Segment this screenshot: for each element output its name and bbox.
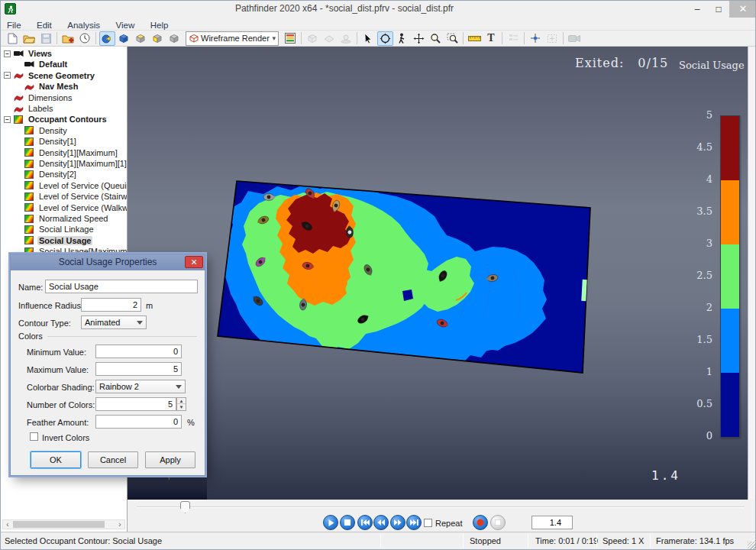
menu-view[interactable]: View xyxy=(110,19,141,31)
social-usage-properties-dialog: Social Usage Properties ✕ Name: Influenc… xyxy=(10,254,205,476)
measure-tool-icon[interactable] xyxy=(467,31,483,46)
close-button[interactable]: ✕ xyxy=(729,1,756,18)
tree-expander-icon[interactable]: − xyxy=(4,72,11,79)
import-folder-icon[interactable] xyxy=(60,31,76,46)
view-preset-front-icon[interactable] xyxy=(133,31,149,46)
menu-file[interactable]: File xyxy=(1,19,27,31)
tree-item-level-of-service-queuing[interactable]: Level of Service (Queuing xyxy=(1,180,128,191)
tree-item-level-of-service-stairway[interactable]: Level of Service (Stairway xyxy=(1,191,128,202)
ok-button[interactable]: OK xyxy=(31,451,81,468)
view-preset-side-icon[interactable] xyxy=(150,31,166,46)
render-mode-select[interactable]: Wireframe Render ▾ xyxy=(186,31,279,46)
number-of-colors-field[interactable] xyxy=(95,397,176,411)
tree-item-default[interactable]: Default xyxy=(1,59,128,70)
record-button[interactable] xyxy=(473,515,488,530)
select-tool-icon[interactable] xyxy=(360,31,376,46)
colorbar-shading-select[interactable]: Rainbow 2 xyxy=(95,380,186,393)
view-preset-perspective-icon[interactable] xyxy=(99,31,115,46)
results-icon[interactable] xyxy=(283,31,299,46)
open-file-icon[interactable] xyxy=(21,31,37,46)
tree-item-nav-mesh[interactable]: Nav Mesh xyxy=(1,81,128,92)
zoom-tool-icon[interactable] xyxy=(428,31,444,46)
menu-help[interactable]: Help xyxy=(144,19,175,31)
tree-horizontal-scrollbar[interactable]: ‹ › xyxy=(2,519,125,529)
stop-button[interactable] xyxy=(340,515,355,530)
add-waypoint-icon[interactable] xyxy=(528,31,544,46)
influence-radius-field[interactable] xyxy=(81,298,141,312)
tree-item-level-of-service-walkway[interactable]: Level of Service (Walkway xyxy=(1,202,128,213)
time-input[interactable] xyxy=(531,516,573,529)
dialog-title-bar[interactable]: Social Usage Properties xyxy=(11,254,205,270)
text-tool-icon[interactable]: T xyxy=(483,31,499,46)
tree-expander-icon[interactable]: − xyxy=(4,50,11,57)
dialog-close-button[interactable]: ✕ xyxy=(185,256,203,268)
number-of-colors-label: Number of Colors: xyxy=(27,400,95,409)
tree-item-social-usage[interactable]: Social Usage xyxy=(1,235,128,246)
cancel-button[interactable]: Cancel xyxy=(88,451,138,468)
tree-item-density-1-maximum-1-[interactable]: Density[1][Maximum][1] xyxy=(1,158,128,169)
spin-down-icon[interactable]: ▼ xyxy=(177,404,186,410)
menu-analysis[interactable]: Analysis xyxy=(61,19,106,31)
invert-colors-checkbox[interactable] xyxy=(30,432,38,441)
contour-type-value: Animated xyxy=(85,318,120,327)
tree-item-density[interactable]: Density xyxy=(1,125,128,136)
tree-item-social-linkage[interactable]: Social Linkage xyxy=(1,224,128,235)
title-bar[interactable]: Pathfinder 2020 x64 - *social_dist.pfrv … xyxy=(1,1,756,18)
scrollbar-thumb[interactable] xyxy=(13,521,105,528)
contour-icon xyxy=(24,170,35,179)
spin-up-icon[interactable]: ▲ xyxy=(177,398,186,404)
tree-item-views[interactable]: −Views xyxy=(1,48,128,59)
new-document-icon[interactable] xyxy=(5,31,21,46)
geom-icon xyxy=(14,71,24,80)
apply-button[interactable]: Apply xyxy=(145,451,195,468)
pan-tool-icon[interactable] xyxy=(411,31,427,46)
tree-item-density-1-maximum-[interactable]: Density[1][Maximum] xyxy=(1,147,128,158)
feather-amount-label: Feather Amount: xyxy=(27,418,89,427)
minimize-button[interactable]: – xyxy=(687,1,708,18)
step-back-button[interactable] xyxy=(373,515,389,530)
skip-end-button[interactable] xyxy=(406,515,422,530)
scroll-left-icon[interactable]: ‹ xyxy=(3,520,12,529)
tree-item-density-1-[interactable]: Density[1] xyxy=(1,136,128,147)
skip-start-button[interactable] xyxy=(357,515,373,530)
save-icon xyxy=(38,31,54,46)
tree-item-scene-geometry[interactable]: −Scene Geometry xyxy=(1,70,128,81)
colorbar-tick-label: 0 xyxy=(667,430,712,442)
name-field[interactable] xyxy=(45,280,198,293)
collapsed-side-panel[interactable] xyxy=(748,47,756,500)
exited-value: 0/15 xyxy=(638,56,668,70)
contour-scene[interactable] xyxy=(128,47,748,500)
menu-edit[interactable]: Edit xyxy=(31,19,58,31)
time-slider-handle[interactable] xyxy=(180,501,190,513)
dialog-title: Social Usage Properties xyxy=(59,257,157,267)
orbit-tool-icon[interactable] xyxy=(377,31,393,46)
view-preset-top-icon[interactable] xyxy=(116,31,132,46)
menu-bar: File Edit Analysis View Help xyxy=(1,18,756,31)
maximize-button[interactable]: □ xyxy=(708,1,729,18)
walk-tool-icon[interactable] xyxy=(394,31,410,46)
resize-grip[interactable] xyxy=(748,542,755,549)
zoom-box-tool-icon[interactable] xyxy=(444,31,460,46)
minimum-value-field[interactable] xyxy=(95,345,182,358)
3d-viewport[interactable]: ⤒ Exited:0/15 Social Usage 1.4 54.543.53… xyxy=(128,47,748,500)
scroll-right-icon[interactable]: › xyxy=(115,520,124,529)
colorbar-segment xyxy=(721,116,739,180)
play-button[interactable] xyxy=(323,515,338,530)
status-selection: Selected Occupant Contour: Social Usage xyxy=(5,536,162,545)
step-forward-button[interactable] xyxy=(390,515,405,530)
tree-item-normalized-speed[interactable]: Normalized Speed xyxy=(1,213,128,224)
tree-expander-icon[interactable]: − xyxy=(4,116,11,123)
tree-item-occupant-contours[interactable]: −Occupant Contours xyxy=(1,114,128,125)
maximum-value-field[interactable] xyxy=(95,362,182,376)
feather-amount-field[interactable] xyxy=(95,415,182,429)
history-clock-icon[interactable] xyxy=(77,31,93,46)
tree-item-labels[interactable]: Labels xyxy=(1,103,128,114)
contour-type-select[interactable]: Animated xyxy=(81,315,147,329)
view-preset-iso-icon[interactable] xyxy=(166,31,183,46)
time-slider-track[interactable] xyxy=(137,506,745,508)
repeat-checkbox[interactable] xyxy=(424,519,432,527)
tree-item-dimensions[interactable]: Dimensions xyxy=(1,92,128,103)
tree-item-density-2-[interactable]: Density[2] xyxy=(1,169,128,180)
number-of-colors-spinner[interactable]: ▲▼ xyxy=(176,397,186,411)
camera-icon xyxy=(14,49,24,58)
